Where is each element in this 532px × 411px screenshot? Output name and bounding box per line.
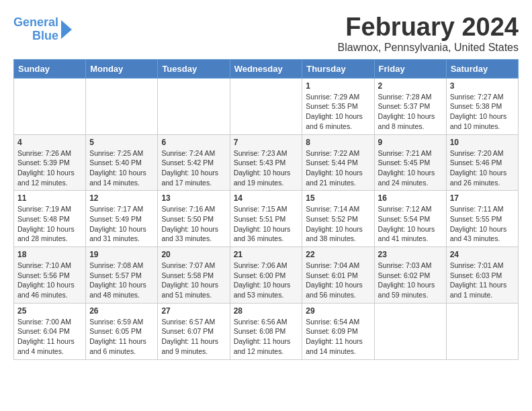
day-info: Sunrise: 7:29 AM Sunset: 5:35 PM Dayligh…: [306, 92, 370, 132]
day-info: Sunrise: 7:25 AM Sunset: 5:40 PM Dayligh…: [89, 148, 154, 188]
day-number: 11: [17, 193, 82, 203]
calendar-cell: 10Sunrise: 7:20 AM Sunset: 5:46 PM Dayli…: [446, 134, 518, 191]
day-info: Sunrise: 7:01 AM Sunset: 6:03 PM Dayligh…: [450, 261, 515, 300]
day-number: 15: [306, 193, 370, 203]
day-number: 16: [378, 193, 443, 203]
day-info: Sunrise: 7:07 AM Sunset: 5:58 PM Dayligh…: [161, 261, 226, 300]
day-number: 18: [17, 250, 82, 259]
calendar-cell: 1Sunrise: 7:29 AM Sunset: 5:35 PM Daylig…: [302, 78, 374, 134]
day-info: Sunrise: 7:21 AM Sunset: 5:45 PM Dayligh…: [378, 148, 443, 188]
day-info: Sunrise: 6:56 AM Sunset: 6:08 PM Dayligh…: [234, 317, 299, 357]
calendar-day-header: Sunday: [14, 59, 86, 78]
day-info: Sunrise: 7:23 AM Sunset: 5:43 PM Dayligh…: [234, 148, 299, 188]
header: General Blue February 2024 Blawnox, Penn…: [13, 13, 519, 54]
calendar-cell: 13Sunrise: 7:16 AM Sunset: 5:50 PM Dayli…: [158, 191, 230, 247]
logo-text: General Blue: [13, 16, 58, 43]
calendar-day-header: Monday: [86, 59, 158, 78]
calendar-cell: 19Sunrise: 7:08 AM Sunset: 5:57 PM Dayli…: [86, 247, 158, 304]
day-info: Sunrise: 7:17 AM Sunset: 5:49 PM Dayligh…: [89, 204, 154, 244]
day-info: Sunrise: 7:27 AM Sunset: 5:38 PM Dayligh…: [450, 92, 515, 132]
calendar-cell: 24Sunrise: 7:01 AM Sunset: 6:03 PM Dayli…: [446, 247, 518, 304]
day-info: Sunrise: 6:57 AM Sunset: 6:07 PM Dayligh…: [161, 317, 226, 357]
day-info: Sunrise: 6:54 AM Sunset: 6:09 PM Dayligh…: [306, 317, 370, 357]
day-number: 4: [17, 138, 82, 147]
day-number: 6: [161, 138, 226, 147]
calendar-cell: 22Sunrise: 7:04 AM Sunset: 6:01 PM Dayli…: [302, 247, 374, 304]
calendar-cell: 21Sunrise: 7:06 AM Sunset: 6:00 PM Dayli…: [230, 247, 302, 304]
day-info: Sunrise: 7:28 AM Sunset: 5:37 PM Dayligh…: [378, 92, 443, 132]
day-number: 28: [234, 306, 299, 316]
calendar-cell: 11Sunrise: 7:19 AM Sunset: 5:48 PM Dayli…: [14, 191, 86, 247]
day-number: 23: [378, 250, 443, 259]
day-number: 12: [89, 193, 154, 203]
day-number: 9: [378, 138, 443, 147]
calendar-cell: 28Sunrise: 6:56 AM Sunset: 6:08 PM Dayli…: [230, 303, 302, 359]
calendar-day-header: Thursday: [302, 59, 374, 78]
calendar-cell: 4Sunrise: 7:26 AM Sunset: 5:39 PM Daylig…: [14, 134, 86, 191]
calendar-cell: 6Sunrise: 7:24 AM Sunset: 5:42 PM Daylig…: [158, 134, 230, 191]
day-info: Sunrise: 7:19 AM Sunset: 5:48 PM Dayligh…: [17, 204, 82, 244]
calendar-day-header: Tuesday: [158, 59, 230, 78]
logo: General Blue: [13, 16, 72, 43]
day-info: Sunrise: 7:15 AM Sunset: 5:51 PM Dayligh…: [234, 204, 299, 244]
calendar-cell: 12Sunrise: 7:17 AM Sunset: 5:49 PM Dayli…: [86, 191, 158, 247]
calendar-cell: [446, 303, 518, 359]
calendar-cell: 8Sunrise: 7:22 AM Sunset: 5:44 PM Daylig…: [302, 134, 374, 191]
day-number: 10: [450, 138, 515, 147]
day-number: 27: [161, 306, 226, 316]
calendar-cell: 18Sunrise: 7:10 AM Sunset: 5:56 PM Dayli…: [14, 247, 86, 304]
calendar-cell: 14Sunrise: 7:15 AM Sunset: 5:51 PM Dayli…: [230, 191, 302, 247]
calendar-table: SundayMondayTuesdayWednesdayThursdayFrid…: [13, 59, 519, 360]
calendar-cell: 3Sunrise: 7:27 AM Sunset: 5:38 PM Daylig…: [446, 78, 518, 134]
calendar-cell: [230, 78, 302, 134]
calendar-cell: 15Sunrise: 7:14 AM Sunset: 5:52 PM Dayli…: [302, 191, 374, 247]
day-number: 8: [306, 138, 370, 147]
day-number: 2: [378, 81, 443, 91]
calendar-cell: 7Sunrise: 7:23 AM Sunset: 5:43 PM Daylig…: [230, 134, 302, 191]
day-info: Sunrise: 7:06 AM Sunset: 6:00 PM Dayligh…: [234, 261, 299, 300]
day-info: Sunrise: 6:59 AM Sunset: 6:05 PM Dayligh…: [89, 317, 154, 357]
month-title: February 2024: [13, 13, 519, 42]
day-number: 1: [306, 81, 370, 91]
calendar-cell: 17Sunrise: 7:11 AM Sunset: 5:55 PM Dayli…: [446, 191, 518, 247]
calendar-cell: 23Sunrise: 7:03 AM Sunset: 6:02 PM Dayli…: [374, 247, 446, 304]
calendar-day-header: Wednesday: [230, 59, 302, 78]
calendar-cell: 25Sunrise: 7:00 AM Sunset: 6:04 PM Dayli…: [14, 303, 86, 359]
logo-arrow-icon: [61, 20, 72, 39]
calendar-cell: 9Sunrise: 7:21 AM Sunset: 5:45 PM Daylig…: [374, 134, 446, 191]
calendar-cell: 16Sunrise: 7:12 AM Sunset: 5:54 PM Dayli…: [374, 191, 446, 247]
day-number: 22: [306, 250, 370, 259]
calendar-cell: 27Sunrise: 6:57 AM Sunset: 6:07 PM Dayli…: [158, 303, 230, 359]
day-number: 19: [89, 250, 154, 259]
day-number: 5: [89, 138, 154, 147]
calendar-cell: [14, 78, 86, 134]
calendar-cell: [158, 78, 230, 134]
day-info: Sunrise: 7:03 AM Sunset: 6:02 PM Dayligh…: [378, 261, 443, 300]
day-info: Sunrise: 7:08 AM Sunset: 5:57 PM Dayligh…: [89, 261, 154, 300]
calendar-cell: 2Sunrise: 7:28 AM Sunset: 5:37 PM Daylig…: [374, 78, 446, 134]
day-number: 29: [306, 306, 370, 316]
day-number: 3: [450, 81, 515, 91]
calendar-cell: 20Sunrise: 7:07 AM Sunset: 5:58 PM Dayli…: [158, 247, 230, 304]
calendar-cell: 26Sunrise: 6:59 AM Sunset: 6:05 PM Dayli…: [86, 303, 158, 359]
day-number: 20: [161, 250, 226, 259]
calendar-cell: [86, 78, 158, 134]
day-info: Sunrise: 7:04 AM Sunset: 6:01 PM Dayligh…: [306, 261, 370, 300]
day-number: 26: [89, 306, 154, 316]
calendar-cell: [374, 303, 446, 359]
calendar-cell: 29Sunrise: 6:54 AM Sunset: 6:09 PM Dayli…: [302, 303, 374, 359]
day-info: Sunrise: 7:12 AM Sunset: 5:54 PM Dayligh…: [378, 204, 443, 244]
day-number: 17: [450, 193, 515, 203]
day-number: 25: [17, 306, 82, 316]
day-info: Sunrise: 7:20 AM Sunset: 5:46 PM Dayligh…: [450, 148, 515, 188]
day-info: Sunrise: 7:24 AM Sunset: 5:42 PM Dayligh…: [161, 148, 226, 188]
calendar-day-header: Friday: [374, 59, 446, 78]
day-number: 21: [234, 250, 299, 259]
day-number: 24: [450, 250, 515, 259]
day-info: Sunrise: 7:14 AM Sunset: 5:52 PM Dayligh…: [306, 204, 370, 244]
day-info: Sunrise: 7:00 AM Sunset: 6:04 PM Dayligh…: [17, 317, 82, 357]
day-info: Sunrise: 7:22 AM Sunset: 5:44 PM Dayligh…: [306, 148, 370, 188]
day-info: Sunrise: 7:11 AM Sunset: 5:55 PM Dayligh…: [450, 204, 515, 244]
calendar-day-header: Saturday: [446, 59, 518, 78]
day-number: 7: [234, 138, 299, 147]
